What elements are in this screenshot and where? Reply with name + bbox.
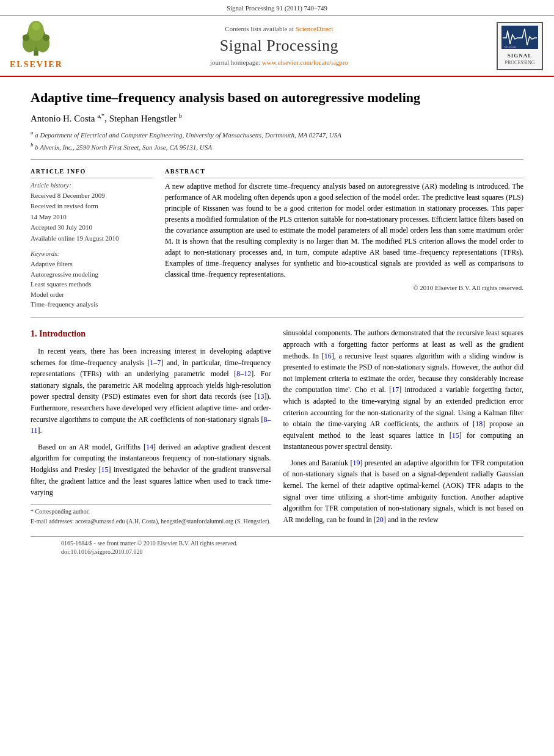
keyword-2: Autoregressive modeling bbox=[31, 270, 153, 279]
keyword-4: Model order bbox=[31, 290, 153, 299]
received-date: Received 8 December 2009 bbox=[31, 191, 153, 200]
abstract-col: ABSTRACT A new adaptive method for discr… bbox=[165, 167, 523, 310]
body-para-4: Jones and Baraniuk [19] presented an ada… bbox=[283, 457, 524, 526]
abstract-text: A new adaptive method for discrete time–… bbox=[165, 181, 523, 280]
body-para-1: In recent years, there has been increasi… bbox=[31, 346, 271, 437]
body-two-col: 1. Introduction In recent years, there h… bbox=[31, 327, 523, 530]
article-title: Adaptive time–frequency analysis based o… bbox=[31, 89, 523, 107]
doi-line: doi:10.1016/j.sigpro.2010.07.020 bbox=[61, 548, 493, 556]
copyright-line: © 2010 Elsevier B.V. All rights reserved… bbox=[165, 283, 523, 293]
section1-heading: 1. Introduction bbox=[31, 327, 271, 341]
history-label: Article history: bbox=[31, 181, 153, 190]
affiliation-a: a a Department of Electrical and Compute… bbox=[31, 129, 523, 140]
received-revised-date: 14 May 2010 bbox=[31, 213, 153, 222]
abstract-heading: ABSTRACT bbox=[165, 167, 523, 178]
authors-line: Antonio H. Costa a,*, Stephan Hengstler … bbox=[31, 112, 523, 125]
affiliation-b: b b Alverix, Inc., 2590 North First Stre… bbox=[31, 141, 523, 152]
footnote-section: * Corresponding author. E-mail addresses… bbox=[31, 504, 271, 526]
article-info-col: ARTICLE INFO Article history: Received 8… bbox=[31, 167, 153, 310]
journal-header: ELSEVIER Contents lists available at Sci… bbox=[0, 16, 554, 77]
available-online-date: Available online 19 August 2010 bbox=[31, 234, 153, 243]
keywords-section: Keywords: Adaptive filters Autoregressiv… bbox=[31, 249, 153, 309]
journal-citation-text: Signal Processing 91 (2011) 740–749 bbox=[227, 4, 327, 12]
keyword-5: Time–frequency analysis bbox=[31, 300, 153, 309]
footnote-email: E-mail addresses: acosta@umassd.edu (A.H… bbox=[31, 517, 271, 526]
body-col-right: sinusoidal components. The authors demon… bbox=[283, 327, 524, 530]
svg-point-5 bbox=[23, 35, 29, 42]
journal-title: Signal Processing bbox=[63, 35, 495, 57]
footnote-corresponding: * Corresponding author. bbox=[31, 507, 271, 516]
journal-header-center: Contents lists available at ScienceDirec… bbox=[63, 24, 495, 68]
author-costa: Antonio H. Costa bbox=[31, 114, 97, 123]
processing-logo-text: PROCESSING bbox=[501, 59, 538, 66]
homepage-line: journal homepage: www.elsevier.com/locat… bbox=[63, 58, 495, 67]
body-section: 1. Introduction In recent years, there h… bbox=[31, 327, 523, 530]
body-para-2: Based on an AR model, Griffiths [14] der… bbox=[31, 442, 271, 498]
svg-text:SIGNAL: SIGNAL bbox=[504, 45, 518, 49]
info-abstract-section: ARTICLE INFO Article history: Received 8… bbox=[31, 167, 523, 310]
accepted-date: Accepted 30 July 2010 bbox=[31, 223, 153, 232]
elsevier-brand-text: ELSEVIER bbox=[10, 59, 63, 71]
elsevier-tree-icon bbox=[12, 21, 60, 57]
svg-point-7 bbox=[32, 23, 40, 31]
body-para-3: sinusoidal components. The authors demon… bbox=[283, 327, 524, 453]
body-col-left: 1. Introduction In recent years, there h… bbox=[31, 327, 271, 530]
header-divider bbox=[31, 159, 523, 160]
keyword-1: Adaptive filters bbox=[31, 260, 153, 269]
article-info-heading: ARTICLE INFO bbox=[31, 167, 153, 178]
journal-citation-bar: Signal Processing 91 (2011) 740–749 bbox=[0, 0, 554, 16]
homepage-url[interactable]: www.elsevier.com/locate/sigpro bbox=[262, 59, 348, 66]
abstract-body-divider bbox=[31, 317, 523, 318]
svg-point-6 bbox=[43, 35, 49, 42]
contents-available-line: Contents lists available at ScienceDirec… bbox=[63, 24, 495, 34]
signal-logo-box: SIGNAL SIGNAL PROCESSING bbox=[497, 22, 543, 70]
signal-processing-logo: SIGNAL SIGNAL PROCESSING bbox=[495, 22, 544, 70]
sciencedirect-link[interactable]: ScienceDirect bbox=[296, 25, 333, 32]
signal-waveform-icon: SIGNAL bbox=[501, 26, 538, 49]
keyword-3: Least squares methods bbox=[31, 280, 153, 289]
elsevier-logo: ELSEVIER bbox=[10, 21, 63, 71]
keywords-label: Keywords: bbox=[31, 249, 153, 258]
article-content: Adaptive time–frequency analysis based o… bbox=[0, 77, 554, 571]
received-revised-label: Received in revised form bbox=[31, 202, 153, 211]
issn-line: 0165-1684/$ - see front matter © 2010 El… bbox=[61, 539, 493, 548]
bottom-bar: 0165-1684/$ - see front matter © 2010 El… bbox=[31, 536, 523, 559]
signal-logo-text: SIGNAL bbox=[501, 52, 538, 60]
